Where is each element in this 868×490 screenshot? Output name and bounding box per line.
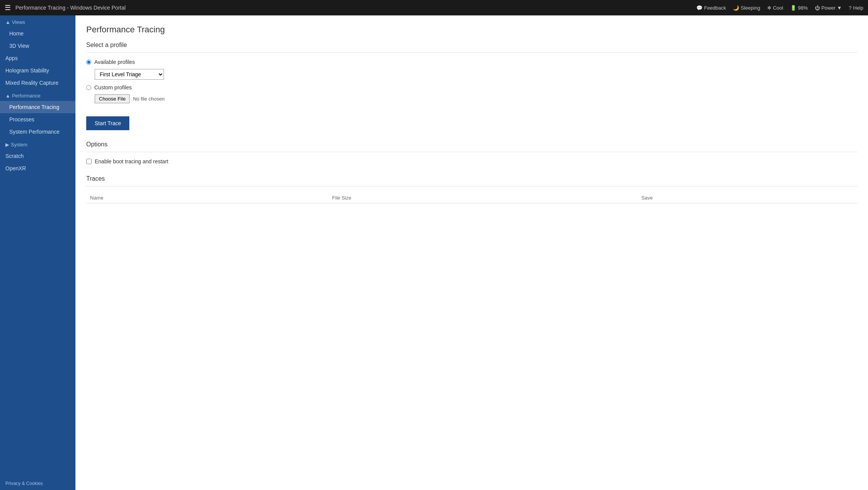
sidebar-item-hologram-stability[interactable]: Hologram Stability: [0, 64, 75, 77]
privacy-cookies-link[interactable]: Privacy & Cookies: [0, 477, 75, 490]
sidebar-item-apps[interactable]: Apps: [0, 52, 75, 64]
col-name: Name: [86, 193, 328, 203]
power-btn[interactable]: ⏻ Power ▼: [815, 5, 842, 11]
sidebar-item-system-performance[interactable]: System Performance: [0, 126, 75, 138]
traces-heading: Traces: [86, 175, 857, 182]
sidebar-system-label: System: [11, 142, 27, 148]
profile-block: Available profiles First Level Triage De…: [86, 59, 857, 103]
profile-divider: [86, 52, 857, 53]
help-btn[interactable]: ? Help: [849, 5, 863, 11]
window-title: Performance Tracing - Windows Device Por…: [15, 5, 696, 11]
sidebar-section-system[interactable]: ▶ System: [0, 138, 75, 150]
help-label: Help: [853, 5, 863, 11]
custom-profiles-radio[interactable]: [86, 85, 91, 90]
sidebar-item-openxr[interactable]: OpenXR: [0, 162, 75, 175]
traces-block: Traces Name File Size Save: [86, 175, 857, 203]
options-block: Options Enable boot tracing and restart: [86, 141, 857, 164]
sleeping-label: Sleeping: [741, 5, 760, 11]
traces-table: Name File Size Save: [86, 193, 857, 203]
boot-tracing-checkbox[interactable]: [86, 159, 92, 164]
sidebar-collapse-button[interactable]: ◀: [73, 20, 75, 29]
no-file-label: No file chosen: [133, 96, 164, 102]
available-profiles-label[interactable]: Available profiles: [94, 59, 135, 65]
sidebar-item-3dview[interactable]: 3D View: [0, 40, 75, 52]
sidebar-item-home[interactable]: Home: [0, 27, 75, 40]
sidebar: ◀ ▲ Views Home 3D View Apps Hologram Sta…: [0, 15, 75, 490]
traces-table-head: Name File Size Save: [86, 193, 857, 203]
feedback-icon: 💬: [696, 5, 702, 11]
options-heading: Options: [86, 141, 857, 148]
battery-btn[interactable]: 🔋 98%: [790, 5, 808, 11]
col-filesize: File Size: [328, 193, 637, 203]
sidebar-item-performance-tracing[interactable]: Performance Tracing: [0, 101, 75, 113]
sidebar-section-views[interactable]: ▲ Views: [0, 15, 75, 27]
sidebar-item-mrc[interactable]: Mixed Reality Capture: [0, 77, 75, 89]
feedback-label: Feedback: [704, 5, 726, 11]
views-arrow-icon: ▲: [5, 19, 10, 25]
custom-profiles-label[interactable]: Custom profiles: [94, 84, 132, 91]
sidebar-views-label: Views: [12, 19, 25, 25]
available-profiles-radio[interactable]: [86, 60, 91, 65]
page-title: Performance Tracing: [86, 25, 857, 35]
file-input-row: Choose File No file chosen: [95, 94, 857, 103]
profile-select[interactable]: First Level Triage Detailed Custom: [95, 69, 164, 80]
top-bar: ☰ Performance Tracing - Windows Device P…: [0, 0, 868, 15]
cool-label: Cool: [773, 5, 783, 11]
content-area: Performance Tracing Select a profile Ava…: [75, 15, 868, 490]
power-icon: ⏻: [815, 5, 820, 11]
main-layout: ◀ ▲ Views Home 3D View Apps Hologram Sta…: [0, 15, 868, 490]
traces-header-row: Name File Size Save: [86, 193, 857, 203]
help-icon: ?: [849, 5, 851, 11]
boot-tracing-row: Enable boot tracing and restart: [86, 158, 857, 164]
system-arrow-icon: ▶: [5, 142, 9, 148]
cool-icon: ❄: [767, 5, 771, 11]
traces-divider: [86, 186, 857, 186]
sleeping-btn[interactable]: 🌙 Sleeping: [733, 5, 760, 11]
choose-file-button[interactable]: Choose File: [95, 94, 130, 103]
sleeping-icon: 🌙: [733, 5, 739, 11]
battery-icon: 🔋: [790, 5, 796, 11]
hamburger-menu[interactable]: ☰: [5, 3, 11, 12]
sidebar-section-performance[interactable]: ▲ Performance: [0, 89, 75, 101]
topbar-actions: 💬 Feedback 🌙 Sleeping ❄ Cool 🔋 98% ⏻ Pow…: [696, 5, 863, 11]
feedback-btn[interactable]: 💬 Feedback: [696, 5, 726, 11]
sidebar-item-processes[interactable]: Processes: [0, 113, 75, 126]
sidebar-item-scratch[interactable]: Scratch: [0, 150, 75, 162]
start-trace-button[interactable]: Start Trace: [86, 116, 129, 130]
cool-btn[interactable]: ❄ Cool: [767, 5, 783, 11]
power-label: Power ▼: [821, 5, 842, 11]
profile-dropdown-container: First Level Triage Detailed Custom: [95, 69, 857, 80]
select-profile-heading: Select a profile: [86, 42, 857, 49]
performance-arrow-icon: ▲: [5, 93, 10, 99]
available-profiles-row: Available profiles: [86, 59, 857, 65]
options-divider: [86, 152, 857, 152]
boot-tracing-label[interactable]: Enable boot tracing and restart: [95, 158, 168, 164]
sidebar-performance-label: Performance: [12, 93, 40, 99]
col-save: Save: [637, 193, 857, 203]
custom-profiles-row: Custom profiles: [86, 84, 857, 91]
battery-label: 98%: [798, 5, 808, 11]
